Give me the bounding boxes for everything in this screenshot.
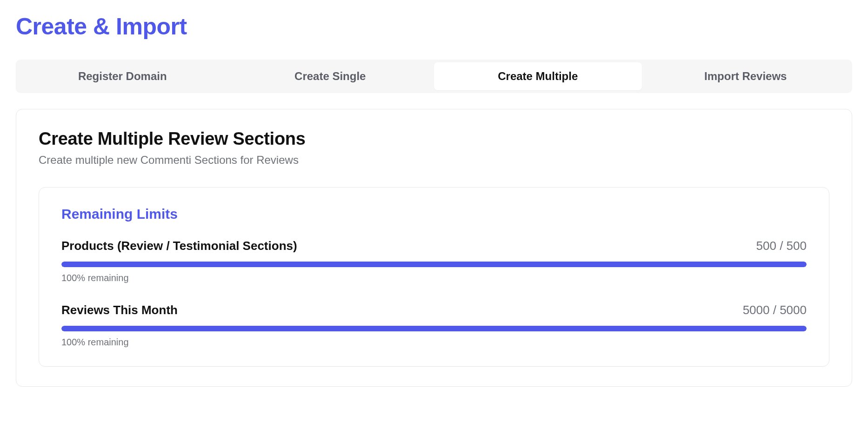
progress-fill-reviews xyxy=(61,326,807,331)
tabs: Register Domain Create Single Create Mul… xyxy=(16,60,852,93)
limit-caption-reviews: 100% remaining xyxy=(61,337,807,348)
progress-track-products xyxy=(61,262,807,267)
tab-create-multiple[interactable]: Create Multiple xyxy=(434,62,642,90)
limit-item-reviews: Reviews This Month 5000 / 5000 100% rema… xyxy=(61,303,807,348)
page-title: Create & Import xyxy=(16,13,852,40)
card-subtitle: Create multiple new Commenti Sections fo… xyxy=(39,154,829,167)
tab-import-reviews[interactable]: Import Reviews xyxy=(642,62,850,90)
remaining-limits-title: Remaining Limits xyxy=(61,206,807,222)
limit-value-reviews: 5000 / 5000 xyxy=(743,303,807,317)
tab-register-domain[interactable]: Register Domain xyxy=(19,62,227,90)
limit-label-products: Products (Review / Testimonial Sections) xyxy=(61,239,297,253)
remaining-limits-box: Remaining Limits Products (Review / Test… xyxy=(39,187,829,367)
create-multiple-card: Create Multiple Review Sections Create m… xyxy=(16,109,852,387)
limit-item-products: Products (Review / Testimonial Sections)… xyxy=(61,239,807,283)
limit-value-products: 500 / 500 xyxy=(756,239,807,253)
progress-track-reviews xyxy=(61,326,807,331)
progress-fill-products xyxy=(61,262,807,267)
tab-create-single[interactable]: Create Single xyxy=(227,62,434,90)
limit-label-reviews: Reviews This Month xyxy=(61,303,178,317)
limit-caption-products: 100% remaining xyxy=(61,273,807,283)
card-title: Create Multiple Review Sections xyxy=(39,129,829,149)
